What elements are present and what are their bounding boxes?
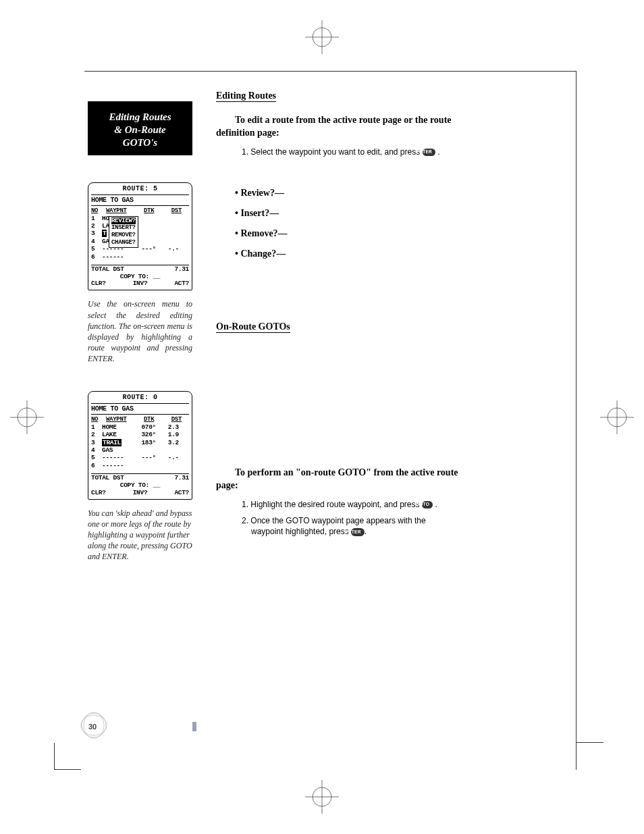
screen2-title: ROUTE: 0 bbox=[91, 394, 189, 404]
corner-mark-bl bbox=[54, 743, 81, 770]
cell-highlight: T bbox=[102, 230, 107, 237]
bot-opt: ACT? bbox=[174, 490, 189, 497]
total-value: 7.31 bbox=[174, 475, 189, 482]
cell: 326° bbox=[134, 431, 156, 438]
cell: 3.2 bbox=[159, 439, 179, 446]
cell: 2 bbox=[91, 222, 99, 230]
step-text: . bbox=[365, 527, 367, 536]
hdr-dst: DST bbox=[165, 207, 182, 214]
cell: 1 bbox=[91, 215, 99, 222]
hdr-dst: DST bbox=[165, 416, 182, 423]
screen1-total: TOTAL DST 7.31 bbox=[91, 265, 189, 273]
cell: 183° bbox=[134, 439, 156, 446]
step-text: 1. Highlight the desired route waypoint,… bbox=[242, 500, 422, 509]
corner-mark-br-v bbox=[576, 739, 576, 770]
cell: -.- bbox=[159, 245, 179, 253]
sidebar-title-line: Editing Routes bbox=[93, 111, 187, 124]
total-label: TOTAL DST bbox=[91, 475, 124, 482]
corner-mark-br-h bbox=[576, 742, 603, 743]
cell: 4 bbox=[91, 446, 99, 454]
cell: 6 bbox=[91, 253, 99, 261]
popup-item: INSERT? bbox=[111, 224, 136, 231]
step-text: . bbox=[435, 147, 440, 157]
step-text: 2. Once the GOTO waypoint page appears w… bbox=[242, 516, 426, 536]
step-text: . bbox=[433, 500, 437, 509]
cell: ------ bbox=[102, 462, 132, 469]
enter-key-icon: ENTER bbox=[351, 528, 365, 536]
crop-mark-left bbox=[10, 400, 44, 434]
screen1-title: ROUTE: 5 bbox=[91, 185, 189, 195]
screen1-headers: NO WAYPNT DTK DST bbox=[91, 207, 189, 214]
cell: 3 bbox=[91, 439, 99, 446]
caption-2: You can 'skip ahead' and bypass one or m… bbox=[88, 508, 192, 563]
screen2-headers: NO WAYPNT DTK DST bbox=[91, 416, 189, 423]
popup-item-selected: REVIEW? bbox=[111, 217, 136, 225]
instruction-on-route-goto: To perform an "on-route GOTO" from the a… bbox=[216, 467, 459, 492]
bullet-change: Change?— bbox=[216, 249, 459, 259]
cell: ------ bbox=[102, 253, 132, 261]
instruction-edit-route: To edit a route from the active route pa… bbox=[216, 114, 459, 140]
sidebar-title-line: GOTO's bbox=[93, 136, 187, 149]
edit-options-list: Review?— Insert?— Remove?— Change?— bbox=[216, 188, 459, 259]
cell: 070° bbox=[134, 423, 156, 431]
cell: ------ bbox=[102, 454, 132, 461]
sidebar-title-tab: Editing Routes & On-Route GOTO's bbox=[88, 101, 192, 155]
cell: HOME bbox=[102, 423, 132, 431]
cell: LAKE bbox=[102, 431, 132, 438]
screen1-bottom: CLR? INV? ACT? bbox=[91, 280, 189, 288]
cell: 5 bbox=[91, 454, 99, 461]
crop-mark-bottom bbox=[305, 780, 339, 814]
screen1-route-name: HOME TO GAS bbox=[91, 197, 189, 207]
heading-editing-routes: Editing Routes bbox=[216, 90, 276, 102]
hdr-no: NO bbox=[91, 416, 103, 423]
screen2-total: TOTAL DST 7.31 bbox=[91, 473, 189, 482]
goto-key-icon: GOTO bbox=[422, 501, 433, 509]
cell: 4 bbox=[91, 238, 99, 245]
cell: 2 bbox=[91, 431, 99, 438]
cell: 2.3 bbox=[159, 423, 179, 431]
popup-item: CHANGE? bbox=[111, 239, 136, 246]
step-2-goto-waypoint-page: 2. Once the GOTO waypoint page appears w… bbox=[242, 515, 459, 537]
cell: 1.9 bbox=[159, 431, 179, 438]
crop-mark-top bbox=[305, 20, 339, 54]
popup-item: REMOVE? bbox=[111, 232, 136, 238]
device-screen-1: ROUTE: 5 HOME TO GAS NO WAYPNT DTK DST 1… bbox=[88, 182, 192, 290]
screen2-route-name: HOME TO GAS bbox=[91, 405, 189, 415]
cell-highlight: TRAIL bbox=[102, 439, 122, 446]
bullet-remove: Remove?— bbox=[216, 228, 459, 239]
cell: 5 bbox=[91, 245, 99, 253]
bullet-insert: Insert?— bbox=[216, 208, 459, 219]
screen2-bottom: CLR? INV? ACT? bbox=[91, 490, 189, 497]
heading-on-route-gotos: On-Route GOTOs bbox=[216, 321, 290, 333]
total-value: 7.31 bbox=[174, 266, 189, 273]
screen1-popup-menu: REVIEW? INSERT? REMOVE? CHANGE? bbox=[109, 216, 138, 248]
total-label: TOTAL DST bbox=[91, 266, 124, 273]
bot-opt: ACT? bbox=[174, 280, 189, 288]
hdr-dtk: DTK bbox=[144, 416, 163, 423]
screen1-rows: 1HOME 2LA 3T 4GA 5---------°-.- 6------ … bbox=[91, 215, 189, 263]
bullet-review: Review?— bbox=[216, 188, 459, 199]
step-1-highlight-waypoint: 1. Highlight the desired route waypoint,… bbox=[242, 499, 459, 510]
hdr-wp: WAYPNT bbox=[106, 416, 141, 423]
crop-mark-right bbox=[600, 400, 634, 434]
cell: 6 bbox=[91, 462, 99, 469]
bot-opt: CLR? bbox=[91, 280, 106, 288]
step-text: 1. Select the waypoint you want to edit,… bbox=[242, 147, 423, 157]
hdr-no: NO bbox=[91, 207, 103, 214]
cell: 3 bbox=[91, 230, 99, 237]
gutter-mark bbox=[192, 722, 196, 731]
sidebar-title-line: & On-Route bbox=[93, 124, 187, 136]
cell: 1 bbox=[91, 423, 99, 431]
enter-key-icon: ENTER bbox=[423, 149, 436, 157]
cell: GAS bbox=[102, 446, 132, 454]
cell: ---° bbox=[134, 454, 156, 461]
step-1-select-waypoint: 1. Select the waypoint you want to edit,… bbox=[242, 147, 459, 157]
bot-opt: CLR? bbox=[91, 490, 106, 497]
page-number: 30 bbox=[88, 723, 97, 731]
hdr-dtk: DTK bbox=[144, 207, 163, 214]
bot-opt: INV? bbox=[133, 490, 148, 497]
cell: -.- bbox=[159, 454, 179, 461]
screen2-rows: 1HOME070°2.3 2LAKE326°1.9 3TRAIL183°3.2 … bbox=[91, 423, 189, 472]
caption-1: Use the on-screen menu to select the des… bbox=[88, 298, 192, 364]
bot-opt: INV? bbox=[133, 280, 148, 288]
